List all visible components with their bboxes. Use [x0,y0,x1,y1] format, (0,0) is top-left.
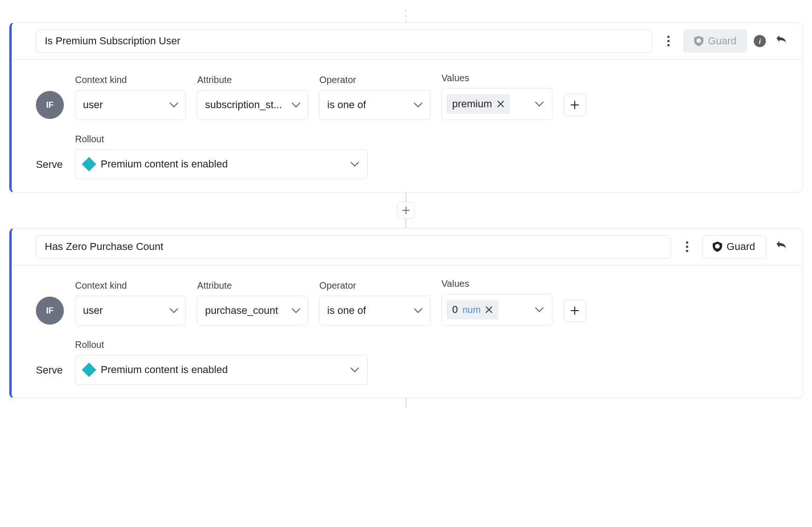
add-clause-button[interactable] [564,299,586,322]
serve-row: Serve Rollout Premium content is enabled [36,340,784,385]
values-field: Values 0 num [441,278,552,326]
values-dropdown-toggle[interactable] [531,102,547,107]
attribute-value: purchase_count [205,305,278,317]
close-icon [497,100,504,108]
connector-line [406,219,406,228]
undo-icon [775,35,787,47]
attribute-label: Attribute [197,75,308,85]
context-kind-select[interactable]: user [75,90,186,120]
variation-diamond-icon [82,157,96,171]
kebab-icon [667,35,670,47]
chevron-down-icon [292,103,300,108]
attribute-field: Attribute subscription_st... [197,75,308,120]
context-kind-label: Context kind [75,280,186,291]
chevron-down-icon [414,308,422,313]
context-kind-field: Context kind user [75,75,186,120]
values-label: Values [441,73,552,83]
clause-row: IF Context kind user Attribute purchase_… [36,278,784,326]
operator-select[interactable]: is one of [319,296,430,326]
connector-line [406,398,406,408]
context-kind-value: user [83,305,103,317]
rule-body: IF Context kind user Attribute subscript… [12,60,802,192]
chevron-down-icon [535,307,544,312]
values-input[interactable]: 0 num [441,294,552,326]
svg-point-4 [686,246,688,248]
svg-point-3 [686,242,688,244]
shield-icon [694,36,703,46]
guard-label: Guard [727,241,755,253]
rule-card: Guard i IF Context kind user Attribute [9,22,803,193]
if-badge: IF [36,297,64,325]
add-clause-button[interactable] [564,94,586,116]
guard-button[interactable]: Guard [702,235,766,258]
rollout-value: Premium content is enabled [101,364,228,376]
plus-icon [570,306,579,315]
serve-row: Serve Rollout Premium content is enabled [36,134,784,179]
context-kind-label: Context kind [75,75,186,85]
value-chip-text: 0 [452,304,458,316]
operator-field: Operator is one of [319,280,430,326]
guard-label: Guard [708,35,736,47]
remove-value-button[interactable] [497,100,504,108]
value-chip-text: premium [452,98,492,110]
chevron-down-icon [292,308,300,313]
attribute-label: Attribute [197,280,308,291]
value-chip: 0 num [447,300,498,319]
chevron-down-icon [414,103,422,108]
serve-label: Serve [36,159,64,171]
rule-header-actions: Guard [679,235,789,258]
rollout-select[interactable]: Premium content is enabled [75,355,368,385]
rule-title-input[interactable] [36,29,653,53]
undo-button[interactable] [772,238,789,255]
undo-button[interactable] [772,33,789,49]
rule-body: IF Context kind user Attribute purchase_… [12,265,802,398]
connector-line [406,193,406,202]
chevron-down-icon [351,368,359,373]
plus-icon [570,100,579,110]
info-icon[interactable]: i [754,35,766,47]
context-kind-field: Context kind user [75,280,186,326]
rollout-select[interactable]: Premium content is enabled [75,149,368,179]
rollout-label: Rollout [75,134,368,145]
undo-icon [775,241,787,252]
chevron-down-icon [170,103,178,108]
svg-point-5 [686,250,688,252]
chevron-down-icon [170,308,178,313]
svg-point-0 [667,36,669,38]
guard-button[interactable]: Guard [683,29,747,53]
rollout-value: Premium content is enabled [101,158,228,170]
rule-title-input[interactable] [36,235,671,258]
svg-point-1 [667,40,669,42]
value-type-label: num [462,305,481,315]
close-icon [485,306,493,313]
rule-header-actions: Guard i [660,29,789,53]
add-rule-between [9,202,803,219]
svg-point-2 [667,44,669,47]
operator-label: Operator [319,280,430,291]
plus-icon [402,206,410,215]
rollout-field: Rollout Premium content is enabled [75,340,368,385]
context-kind-select[interactable]: user [75,296,186,326]
attribute-select[interactable]: subscription_st... [197,90,308,120]
value-chip: premium [447,94,510,114]
values-field: Values premium [441,73,552,120]
rollout-label: Rollout [75,340,368,350]
more-menu-button[interactable] [660,33,677,49]
more-menu-button[interactable] [679,238,695,255]
operator-select[interactable]: is one of [319,90,430,120]
rule-card: Guard IF Context kind user Attribute [9,228,803,398]
if-badge: IF [36,91,64,119]
kebab-icon [686,241,688,252]
remove-value-button[interactable] [485,306,493,313]
context-kind-value: user [83,99,103,111]
attribute-select[interactable]: purchase_count [197,296,308,326]
values-input[interactable]: premium [441,88,552,120]
chevron-down-icon [535,102,544,107]
operator-label: Operator [319,75,430,85]
rule-header: Guard [12,229,802,265]
values-dropdown-toggle[interactable] [531,307,547,312]
variation-diamond-icon [82,362,96,377]
serve-label: Serve [36,364,64,376]
add-rule-button[interactable] [398,202,414,219]
operator-value: is one of [327,305,366,317]
